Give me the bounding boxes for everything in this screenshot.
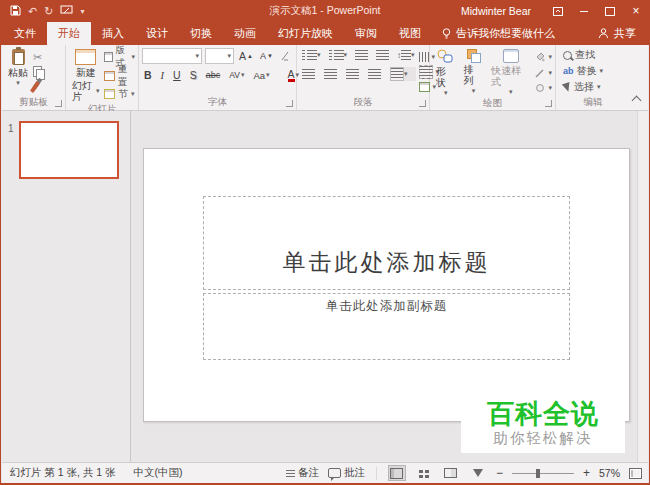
reading-view-icon (444, 468, 457, 478)
normal-view-button[interactable] (388, 465, 406, 481)
tab-insert[interactable]: 插入 (91, 22, 135, 45)
quick-styles-icon (503, 49, 519, 63)
zoom-in-button[interactable]: + (583, 466, 590, 480)
slide-sorter-view-button[interactable] (415, 465, 433, 481)
align-right-button[interactable] (344, 68, 361, 80)
maximize-button[interactable] (597, 0, 623, 22)
slide-number: 1 (8, 121, 14, 134)
slide-thumbnail-1[interactable] (19, 121, 119, 179)
section-button[interactable]: 节▾ (104, 87, 135, 101)
strikethrough-button[interactable]: abc (204, 70, 223, 80)
cut-button[interactable]: ✂ (33, 50, 45, 64)
align-left-button[interactable] (300, 68, 317, 80)
minimize-button[interactable] (571, 0, 597, 22)
tab-file[interactable]: 文件 (3, 22, 47, 45)
arrange-icon (467, 49, 480, 62)
title-placeholder[interactable]: 单击此处添加标题 (203, 196, 570, 290)
tab-review[interactable]: 审阅 (344, 22, 388, 45)
account-user-name[interactable]: Midwinter Bear (461, 5, 531, 17)
ribbon-home: 粘贴 ▾ ✂ 剪贴板 新建 幻灯片▾ 版 (2, 45, 648, 111)
replace-button[interactable]: ab替换▾ (563, 64, 627, 78)
watermark-title: 百科全说 (487, 399, 599, 430)
underline-button[interactable]: U (171, 69, 183, 81)
select-button[interactable]: 选择▾ (563, 80, 627, 94)
slides-group: 新建 幻灯片▾ 版式▾ 重置 节▾ 幻灯片 (66, 45, 139, 110)
tab-design[interactable]: 设计 (135, 22, 179, 45)
format-painter-icon (30, 81, 40, 93)
zoom-slider[interactable] (512, 473, 574, 474)
zoom-out-button[interactable]: − (496, 466, 503, 480)
align-center-button[interactable] (322, 68, 339, 80)
line-spacing-button[interactable]: ↕▾ (395, 49, 417, 61)
vertical-scrollbar[interactable] (637, 111, 648, 462)
zoom-level[interactable]: 57% (599, 467, 620, 479)
maximize-icon (605, 7, 615, 16)
tab-slideshow[interactable]: 幻灯片放映 (267, 22, 344, 45)
notes-button[interactable]: 备注 (286, 466, 319, 480)
clipboard-dialog-launcher[interactable] (55, 100, 62, 107)
zoom-slider-thumb[interactable] (536, 469, 540, 478)
close-button[interactable]: × (623, 0, 649, 22)
drawing-group: 形状 ▾ 排列 ▾ 快速样式 ▾ ▾ ▾ ▾ (430, 45, 556, 110)
text-shadow-button[interactable]: S (188, 69, 199, 81)
paste-dropdown-caret[interactable]: ▾ (16, 80, 20, 86)
shrink-font-button[interactable]: A▼ (258, 51, 275, 61)
decrease-indent-button[interactable] (353, 49, 370, 61)
undo-button[interactable]: ↶ (28, 5, 37, 18)
quick-access-toolbar: ↶ ↻ ▾ (1, 5, 84, 18)
tab-home[interactable]: 开始 (47, 22, 91, 45)
font-dialog-launcher[interactable] (286, 100, 293, 107)
language-status[interactable]: 中文(中国) (134, 466, 183, 480)
collapse-ribbon-button[interactable] (632, 96, 642, 106)
comments-button[interactable]: 批注 (328, 466, 365, 480)
tab-animations[interactable]: 动画 (223, 22, 267, 45)
format-painter-button[interactable] (33, 80, 45, 94)
ribbon-display-options-button[interactable] (545, 0, 571, 22)
watermark-badge: 百科全说 助你轻松解决 (461, 392, 625, 453)
italic-button[interactable]: I (159, 70, 167, 81)
bullets-button[interactable]: ▾ (300, 49, 323, 61)
tell-me-box[interactable]: 告诉我你想要做什么 (432, 22, 565, 45)
reset-icon (104, 71, 114, 81)
numbering-button[interactable]: ▾ (327, 49, 350, 61)
font-name-select[interactable]: ▾ (142, 48, 202, 64)
grow-font-button[interactable]: A▲ (237, 50, 255, 62)
new-slide-button[interactable]: 新建 幻灯片▾ (69, 48, 102, 103)
start-slideshow-button[interactable] (60, 5, 73, 18)
find-button[interactable]: 查找 (563, 48, 627, 62)
slide-canvas[interactable]: 单击此处添加标题 单击此处添加副标题 (143, 148, 630, 422)
shape-effects-button[interactable]: ▾ (535, 81, 552, 95)
subtitle-placeholder[interactable]: 单击此处添加副标题 (203, 293, 570, 360)
editing-group-label: 编辑 (556, 96, 630, 110)
qat-customize-button[interactable]: ▾ (80, 7, 84, 16)
reset-button[interactable]: 重置 (104, 69, 135, 83)
character-spacing-button[interactable]: AV▾ (227, 70, 246, 80)
redo-button[interactable]: ↻ (44, 5, 53, 18)
reading-view-button[interactable] (442, 465, 460, 481)
shape-fill-button[interactable]: ▾ (535, 50, 552, 64)
font-size-select[interactable]: ▾ (205, 48, 234, 64)
justify-button[interactable] (366, 68, 383, 80)
quick-styles-button[interactable]: 快速样式 ▾ (488, 48, 533, 97)
columns-button[interactable]: ▾ (388, 66, 410, 82)
increase-indent-button[interactable] (374, 49, 391, 61)
tab-view[interactable]: 视图 (388, 22, 432, 45)
shapes-button[interactable]: 形状 ▾ (433, 48, 459, 97)
clear-formatting-button[interactable] (278, 51, 293, 62)
change-case-button[interactable]: Aa▾ (251, 70, 271, 81)
slideshow-view-button[interactable] (469, 465, 487, 481)
fit-slide-to-window-button[interactable] (629, 468, 642, 479)
paste-button[interactable]: 粘贴 ▾ (5, 48, 31, 96)
minimize-icon (580, 11, 588, 12)
share-button[interactable]: 共享 (585, 22, 649, 45)
paragraph-dialog-launcher[interactable] (419, 100, 426, 107)
shape-outline-button[interactable]: ▾ (535, 66, 552, 80)
select-icon (562, 81, 572, 92)
title-bar: ↶ ↻ ▾ 演示文稿1 - PowerPoint Midwinter Bear … (1, 0, 649, 22)
copy-button[interactable] (33, 65, 45, 79)
bold-button[interactable]: B (142, 69, 154, 81)
tab-transitions[interactable]: 切换 (179, 22, 223, 45)
save-button[interactable] (10, 5, 21, 18)
arrange-button[interactable]: 排列 ▾ (461, 48, 487, 97)
drawing-dialog-launcher[interactable] (545, 100, 552, 107)
